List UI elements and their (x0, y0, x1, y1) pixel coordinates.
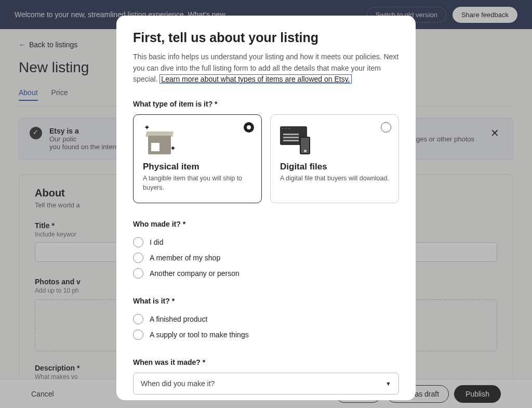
learn-more-link[interactable]: Learn more about what types of items are… (159, 74, 351, 84)
chevron-down-icon: ▼ (385, 380, 391, 387)
modal-title: First, tell us about your listing (133, 30, 399, 45)
item-type-question: What type of item is it? * (133, 100, 399, 108)
when-made-select[interactable]: When did you make it? ▼ (133, 373, 399, 394)
radio-selected-icon (244, 122, 254, 133)
who-option-another[interactable]: Another company or person (133, 266, 399, 281)
radio-unselected-icon (381, 122, 391, 133)
who-made-question: Who made it? * (133, 220, 399, 228)
who-made-options: I did A member of my shop Another compan… (133, 234, 399, 281)
digital-title: Digital files (280, 162, 389, 172)
listing-intro-modal: First, tell us about your listing This b… (116, 16, 416, 400)
what-option-supply[interactable]: A supply or tool to make things (133, 327, 399, 343)
modal-intro: This basic info helps us understand your… (133, 51, 399, 85)
who-option-member[interactable]: A member of my shop (133, 250, 399, 266)
modal-overlay: First, tell us about your listing This b… (0, 0, 532, 408)
what-is-it-options: A finished product A supply or tool to m… (133, 311, 399, 343)
who-option-i-did[interactable]: I did (133, 234, 399, 250)
when-made-question: When was it made? * (133, 358, 399, 366)
radio-icon (133, 237, 143, 247)
physical-title: Physical item (143, 162, 252, 172)
devices-icon (280, 125, 316, 154)
radio-icon (133, 330, 143, 340)
radio-icon (133, 253, 143, 263)
radio-icon (133, 314, 143, 324)
digital-desc: A digital file that buyers will download… (280, 174, 389, 183)
box-icon: ✦ ✦ (143, 125, 176, 154)
what-is-it-question: What is it? * (133, 297, 399, 305)
select-placeholder: When did you make it? (141, 379, 215, 388)
item-type-options: ✦ ✦ Physical item A tangible item that y… (133, 114, 399, 203)
what-option-finished[interactable]: A finished product (133, 311, 399, 327)
radio-icon (133, 268, 143, 279)
physical-desc: A tangible item that you will ship to bu… (143, 174, 252, 192)
option-digital-files[interactable]: Digital files A digital file that buyers… (270, 114, 399, 203)
option-physical-item[interactable]: ✦ ✦ Physical item A tangible item that y… (133, 114, 262, 203)
